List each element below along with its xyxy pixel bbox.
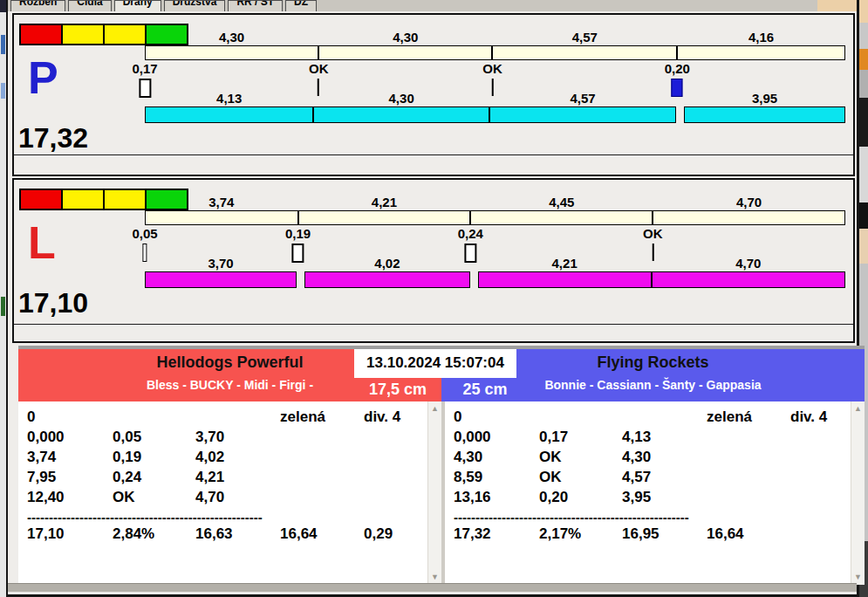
main-window: RozbehČidláDráhyDružstváRR / STDZ P 4,30… — [6, 0, 859, 597]
table-row: 8,59OK4,57 — [445, 469, 865, 488]
changeover-label: 0,24 — [458, 227, 483, 241]
summary-row: 17,322,17%16,9516,64 — [445, 525, 865, 545]
jump-height-right: 25 cm — [448, 381, 523, 400]
table-row: 7,950,244,21 — [18, 469, 441, 488]
split-time-label: 4,21 — [298, 195, 471, 209]
screen: RozbehČidláDráhyDružstváRR / STDZ P 4,30… — [0, 0, 868, 597]
summary-cell: 2,17% — [539, 525, 581, 543]
table-cell: 0 — [454, 408, 461, 426]
bar-segment — [489, 106, 676, 123]
sliver-block — [1, 83, 5, 99]
summary-cell: 0,29 — [364, 525, 393, 543]
start-light-cell — [105, 25, 145, 44]
tab-bar: RozbehČidláDráhyDružstváRR / STDZ — [8, 0, 857, 11]
split-time-label: 4,16 — [677, 30, 845, 45]
start-light-cell — [105, 190, 145, 209]
bar-segment — [492, 45, 677, 60]
dog-split-bar — [145, 271, 845, 288]
changeover-label: 0,19 — [285, 227, 311, 241]
sensor-split-labels: 4,304,304,574,16 — [145, 30, 845, 45]
table-cell: OK — [113, 489, 135, 506]
table-cell: 3,95 — [622, 489, 651, 506]
window-bottom-strip — [8, 583, 857, 592]
dog-split-labels: 4,134,304,573,95 — [145, 91, 845, 106]
results-table-right: ▲ ▼ 0zelenádiv. 40,0000,174,134,30OK4,30… — [445, 401, 865, 585]
bar-segment — [684, 106, 845, 123]
table-row: 0zelenádiv. 4 — [18, 408, 441, 428]
sliver-block — [1, 35, 5, 54]
summary-cell: 16,64 — [707, 525, 744, 543]
table-cell: OK — [539, 469, 562, 486]
lane-panel-L: L 3,744,214,454,70 0,050,190,24OK 3,704,… — [12, 178, 855, 343]
changeover-label: 0,05 — [132, 227, 157, 241]
sensor-split-bar — [145, 45, 845, 60]
background-window-left-sliver — [0, 0, 6, 597]
table-cell: 4,13 — [622, 429, 651, 446]
split-time-label: 3,70 — [145, 256, 297, 271]
tab-rozbeh[interactable]: Rozbeh — [10, 0, 65, 11]
sliver-block — [0, 0, 6, 12]
table-cell: zelená — [280, 408, 325, 426]
table-cell: 4,21 — [195, 469, 224, 486]
table-cell: 0,20 — [539, 489, 568, 506]
table-cell: 13,16 — [454, 489, 491, 506]
split-time-label: 4,70 — [653, 195, 845, 209]
bar-segment — [470, 210, 653, 225]
start-light-cell — [21, 25, 61, 44]
tab-bar-filler — [817, 0, 857, 11]
summary-separator: ----------------------------------------… — [27, 510, 276, 525]
table-row: 0,0000,174,13 — [445, 429, 865, 448]
scroll-down-icon[interactable]: ▼ — [428, 571, 441, 584]
scoreboard: Hellodogs Powerful Bless - BUCKY - Midi … — [18, 346, 865, 587]
sliver-block — [1, 297, 5, 316]
table-row: 3,740,194,02 — [18, 449, 441, 468]
table-cell: 0,000 — [454, 429, 491, 446]
changeover-label: 0,17 — [132, 62, 157, 76]
split-time-label: 4,02 — [304, 256, 470, 271]
tab-rr-st[interactable]: RR / ST — [228, 0, 283, 11]
split-time-label: 4,13 — [145, 91, 313, 106]
changeover-label: OK — [482, 62, 502, 76]
sensor-split-labels: 3,744,214,454,70 — [145, 195, 845, 209]
split-time-label: 4,21 — [478, 256, 652, 271]
table-cell: 4,30 — [454, 449, 482, 466]
table-row: 13,160,203,95 — [445, 489, 865, 508]
bar-segment — [653, 210, 845, 225]
table-cell: zelená — [707, 408, 752, 426]
bar-segment — [145, 210, 298, 225]
lane-total-time: 17,10 — [18, 288, 88, 319]
table-cell: 12,40 — [27, 489, 65, 506]
tab-dz[interactable]: DZ — [285, 0, 317, 11]
bar-segment — [145, 106, 313, 123]
changeover-label: OK — [309, 62, 329, 76]
tab-dru-stv-[interactable]: Družstvá — [164, 0, 226, 11]
lane-bars: 3,744,214,454,70 0,050,190,24OK 3,704,02… — [145, 180, 845, 341]
bar-segment — [478, 271, 652, 288]
start-light-cell — [63, 25, 103, 44]
results-tables: ▲ ▼ 0zelenádiv. 40,0000,053,703,740,194,… — [18, 401, 865, 585]
table-cell: 0,19 — [113, 449, 141, 466]
split-time-label: 4,30 — [313, 91, 489, 106]
lane-total-time: 17,32 — [18, 123, 88, 154]
summary-cell: 16,64 — [280, 525, 318, 543]
bar-segment — [313, 106, 489, 123]
panel-divider-line — [14, 324, 853, 325]
table-row: 0zelenádiv. 4 — [445, 408, 865, 428]
split-time-label: 4,57 — [492, 30, 677, 45]
split-time-label: 4,30 — [318, 30, 492, 45]
table-cell: 3,70 — [195, 429, 224, 446]
table-cell: 4,70 — [195, 489, 224, 506]
summary-cell: 16,63 — [195, 525, 233, 543]
table-cell: 0,24 — [113, 469, 141, 486]
results-table-left: ▲ ▼ 0zelenádiv. 40,0000,053,703,740,194,… — [18, 401, 441, 585]
lane-letter: L — [28, 220, 56, 265]
lane-panel-P: P 4,304,304,574,16 0,17OKOK0,20 4,134,30… — [12, 13, 855, 176]
start-light-cell — [63, 190, 103, 209]
tab--idl-[interactable]: Čidlá — [68, 0, 111, 11]
bar-segment — [145, 271, 297, 288]
tab-dr-hy[interactable]: Dráhy — [114, 0, 161, 11]
scroll-down-icon[interactable]: ▼ — [851, 571, 865, 584]
changeover-label: OK — [643, 227, 663, 241]
bar-segment — [318, 45, 492, 60]
summary-cell: 17,10 — [27, 525, 65, 543]
